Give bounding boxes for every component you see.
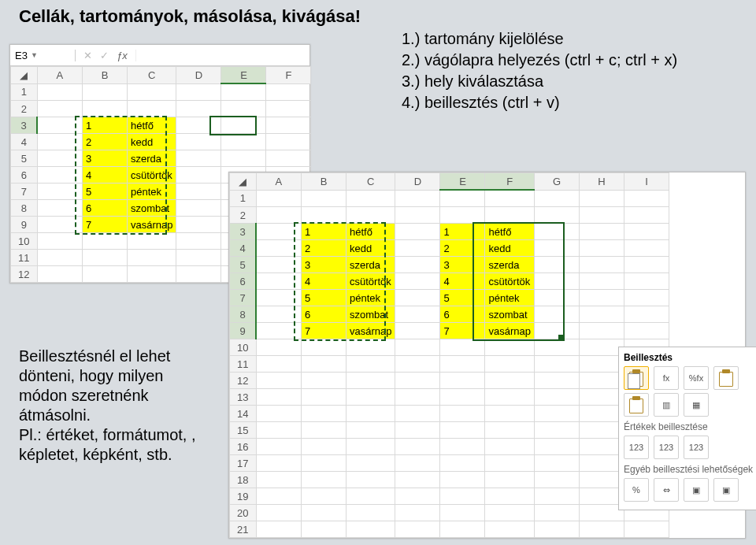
row-header[interactable]: 15 [230,422,257,439]
col-header[interactable]: C [128,67,176,84]
row-header[interactable]: 11 [230,356,257,373]
cell[interactable]: 3 [302,257,346,273]
cell[interactable]: 3 [83,150,128,167]
row-header[interactable]: 19 [230,488,257,505]
col-header[interactable]: D [395,173,440,191]
row-header[interactable]: 13 [230,389,257,406]
row-header[interactable]: 14 [230,406,257,422]
cell[interactable]: szombat [346,306,395,323]
cell[interactable]: vasárnap [128,217,176,233]
row-header[interactable]: 12 [11,266,38,283]
select-all[interactable]: ◢ [230,173,257,191]
col-header[interactable]: A [37,67,83,84]
cell[interactable]: kedd [128,134,176,150]
row-header[interactable]: 11 [11,250,38,266]
paste-link-button[interactable]: ⇔ [654,478,679,502]
cell[interactable]: vasárnap [485,323,534,339]
cell[interactable]: péntek [128,184,176,200]
row-header[interactable]: 12 [230,373,257,389]
cell[interactable]: 4 [440,273,485,290]
col-header[interactable]: F [485,173,534,191]
cell[interactable]: 6 [440,306,485,323]
row-header[interactable]: 5 [11,150,38,167]
cell[interactable]: 1 [440,224,485,240]
cell[interactable]: kedd [346,240,395,257]
cell[interactable]: 5 [440,290,485,306]
fill-handle[interactable] [558,335,563,339]
col-header[interactable]: A [256,173,302,191]
row-header[interactable]: 2 [11,101,38,117]
cell[interactable]: hétfő [346,224,395,240]
grid-2[interactable]: ◢ A B C D E F G H I 1 2 31hétfő1hétfő 42… [229,172,669,538]
cell[interactable]: 6 [83,200,128,217]
row-header[interactable]: 8 [11,200,38,217]
cancel-icon[interactable]: ✕ [83,50,92,61]
paste-formulas-button[interactable]: fx [654,366,679,390]
cell[interactable]: 7 [83,217,128,233]
row-header[interactable]: 3 [11,117,38,134]
select-all[interactable]: ◢ [11,67,38,84]
cell[interactable]: szerda [346,257,395,273]
cell[interactable]: 2 [440,240,485,257]
enter-icon[interactable]: ✓ [100,50,109,61]
row-header[interactable]: 16 [230,439,257,455]
row-header[interactable]: 18 [230,472,257,488]
paste-no-borders-button[interactable] [624,393,649,417]
cell[interactable]: péntek [346,290,395,306]
cell[interactable]: szombat [128,200,176,217]
row-header[interactable]: 10 [230,339,257,356]
col-header[interactable]: B [83,67,128,84]
row-header[interactable]: 10 [11,233,38,250]
row-header[interactable]: 6 [11,167,38,184]
cell[interactable]: 1 [83,117,128,134]
paste-all-button[interactable] [624,366,649,390]
row-header[interactable]: 7 [11,184,38,200]
col-header[interactable]: C [346,173,395,191]
cell[interactable]: kedd [485,240,534,257]
cell[interactable]: 1 [302,224,346,240]
row-header[interactable]: 1 [230,190,257,207]
col-header[interactable]: B [302,173,346,191]
col-header[interactable]: F [266,67,311,84]
cell[interactable]: szerda [485,257,534,273]
cell[interactable]: 3 [440,257,485,273]
cell[interactable]: 6 [302,306,346,323]
cell[interactable]: szerda [128,150,176,167]
cell[interactable]: csütörtök [346,273,395,290]
cell[interactable]: 5 [302,290,346,306]
row-header[interactable]: 7 [230,290,257,306]
cell[interactable]: csütörtök [128,167,176,184]
row-header[interactable]: 5 [230,257,257,273]
paste-transpose-button[interactable]: ▦ [684,393,709,417]
col-header[interactable]: E [221,67,266,84]
row-header[interactable]: 6 [230,273,257,290]
paste-values-source-button[interactable]: 123 [684,436,709,459]
row-header[interactable]: 8 [230,306,257,323]
paste-linked-picture-button[interactable]: ▣ [713,478,739,502]
row-header[interactable]: 9 [230,323,257,339]
row-header[interactable]: 2 [230,207,257,224]
cell[interactable]: szombat [485,306,534,323]
row-header[interactable]: 1 [11,83,38,101]
paste-formatting-button[interactable]: % [624,478,649,502]
paste-values-button[interactable]: 123 [624,436,649,459]
cell[interactable]: péntek [485,290,534,306]
col-header[interactable]: I [624,173,669,191]
cell[interactable]: 7 [440,323,485,339]
row-header[interactable]: 21 [230,521,257,538]
paste-values-number-button[interactable]: 123 [654,436,679,459]
cell[interactable]: 2 [302,240,346,257]
name-box[interactable]: E3 ▼ [10,50,76,61]
paste-keep-widths-button[interactable]: ▥ [654,393,679,417]
paste-picture-button[interactable]: ▣ [684,478,709,502]
col-header[interactable]: H [579,173,624,191]
cell[interactable]: 5 [83,184,128,200]
row-header[interactable]: 17 [230,455,257,472]
col-header[interactable]: E [440,173,485,191]
col-header[interactable]: D [176,67,221,84]
paste-keep-source-button[interactable] [713,366,739,390]
row-header[interactable]: 9 [11,217,38,233]
cell[interactable]: hétfő [485,224,534,240]
paste-formulas-number-button[interactable]: %fx [684,366,709,390]
row-header[interactable]: 4 [230,240,257,257]
